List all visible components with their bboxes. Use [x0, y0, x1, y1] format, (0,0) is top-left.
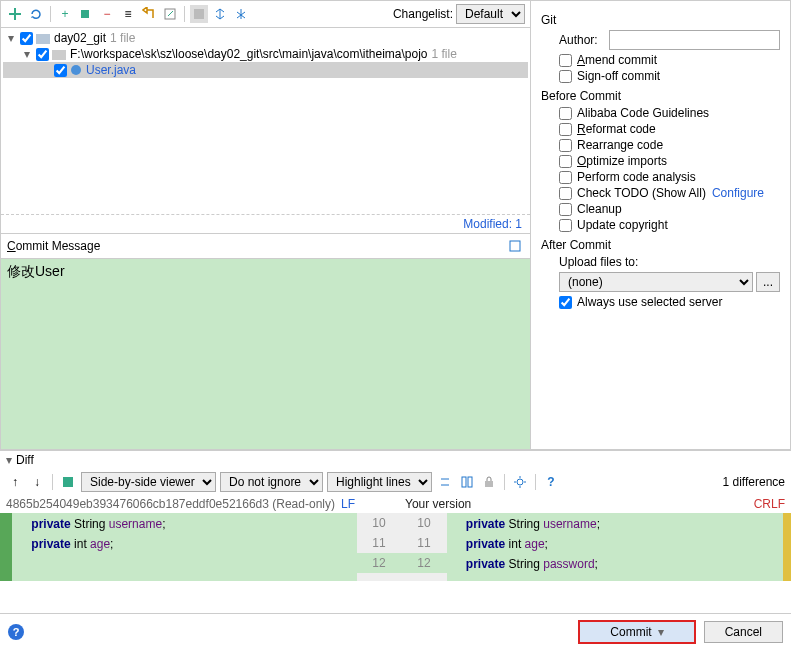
move-icon[interactable]: ≡	[119, 5, 137, 23]
file-tree[interactable]: ▾ day02_git 1 file ▾ F:\workspace\sk\sz\…	[1, 28, 530, 214]
folder-icon	[36, 32, 50, 44]
configure-link[interactable]: Configure	[712, 186, 764, 200]
cancel-button[interactable]: Cancel	[704, 621, 783, 643]
changelist-select[interactable]: Default	[456, 4, 525, 24]
add-icon[interactable]: +	[56, 5, 74, 23]
git-section: Git	[541, 13, 780, 27]
tree-file[interactable]: User.java	[3, 62, 528, 78]
folder-icon	[52, 48, 66, 60]
rollback-icon[interactable]	[140, 5, 158, 23]
svg-rect-3	[36, 34, 50, 44]
remove-icon[interactable]: −	[98, 5, 116, 23]
collapse-unchanged-icon[interactable]	[436, 473, 454, 491]
copyright-checkbox[interactable]	[559, 219, 572, 232]
svg-rect-7	[63, 477, 73, 487]
gear-icon[interactable]	[511, 473, 529, 491]
svg-rect-0	[81, 10, 89, 18]
revision-hash: 4865b254049eb393476066cb187eddf0e52166d3…	[6, 497, 335, 511]
prev-diff-icon[interactable]: ↑	[6, 473, 24, 491]
rearrange-checkbox[interactable]	[559, 139, 572, 152]
author-field[interactable]	[609, 30, 780, 50]
svg-rect-9	[468, 477, 472, 487]
expand-icon[interactable]	[211, 5, 229, 23]
tree-checkbox[interactable]	[36, 48, 49, 61]
upload-label: Upload files to:	[559, 255, 780, 269]
alibaba-checkbox[interactable]	[559, 107, 572, 120]
commit-button[interactable]: Commit▾	[578, 620, 695, 644]
svg-rect-2	[194, 9, 204, 19]
reformat-checkbox[interactable]	[559, 123, 572, 136]
create-icon[interactable]	[6, 5, 24, 23]
amend-checkbox[interactable]	[559, 54, 572, 67]
svg-rect-8	[462, 477, 466, 487]
lf-badge: LF	[341, 497, 355, 511]
tree-root[interactable]: ▾ day02_git 1 file	[3, 30, 528, 46]
cleanup-checkbox[interactable]	[559, 203, 572, 216]
tree-checkbox[interactable]	[20, 32, 33, 45]
highlight-select[interactable]: Highlight lines	[327, 472, 432, 492]
analysis-checkbox[interactable]	[559, 171, 572, 184]
todo-checkbox[interactable]	[559, 187, 572, 200]
lock-icon[interactable]	[480, 473, 498, 491]
right-gutter: 101112	[402, 513, 447, 581]
upload-browse-button[interactable]: ...	[756, 272, 780, 292]
chevron-down-icon[interactable]: ▾	[21, 47, 33, 61]
author-label: Author:	[559, 33, 609, 47]
history-icon[interactable]	[506, 237, 524, 255]
changelist-label: Changelist:	[393, 7, 453, 21]
tree-folder[interactable]: ▾ F:\workspace\sk\sz\loose\day02_git\src…	[3, 46, 528, 62]
viewer-select[interactable]: Side-by-side viewer	[81, 472, 216, 492]
sync-scroll-icon[interactable]	[458, 473, 476, 491]
diff-viewer: private String username; private int age…	[0, 513, 791, 581]
left-gutter: 101112	[357, 513, 402, 581]
next-diff-icon[interactable]: ↓	[28, 473, 46, 491]
commit-message-label: Commit Message	[7, 239, 100, 253]
left-marker	[0, 513, 12, 581]
ignore-select[interactable]: Do not ignore	[220, 472, 323, 492]
context-help-icon[interactable]: ?	[8, 624, 24, 640]
your-version-label: Your version	[405, 497, 471, 511]
svg-rect-4	[52, 50, 66, 60]
svg-rect-10	[485, 481, 493, 487]
java-file-icon	[70, 63, 82, 77]
jump-source-icon[interactable]	[59, 473, 77, 491]
right-code-pane[interactable]: private String username; private int age…	[447, 513, 792, 581]
diff-icon[interactable]	[161, 5, 179, 23]
signoff-checkbox[interactable]	[559, 70, 572, 83]
svg-point-11	[517, 479, 523, 485]
svg-point-5	[71, 65, 81, 75]
always-server-checkbox[interactable]	[559, 296, 572, 309]
crlf-badge: CRLF	[754, 497, 785, 511]
collapse-icon[interactable]	[232, 5, 250, 23]
diff-count: 1 difference	[723, 475, 786, 489]
group-icon[interactable]	[190, 5, 208, 23]
help-icon[interactable]: ?	[542, 473, 560, 491]
file-toolbar: + − ≡ Changelist: Default	[1, 1, 530, 28]
chevron-down-icon[interactable]: ▾	[658, 625, 664, 639]
chevron-down-icon[interactable]: ▾	[5, 31, 17, 45]
left-code-pane[interactable]: private String username; private int age…	[12, 513, 357, 581]
revert-icon[interactable]	[77, 5, 95, 23]
diff-expand-icon[interactable]: ▾	[6, 453, 12, 467]
before-commit-section: Before Commit	[541, 89, 780, 103]
after-commit-section: After Commit	[541, 238, 780, 252]
optimize-checkbox[interactable]	[559, 155, 572, 168]
tree-checkbox[interactable]	[54, 64, 67, 77]
upload-select[interactable]: (none)	[559, 272, 753, 292]
refresh-icon[interactable]	[27, 5, 45, 23]
right-marker	[783, 513, 791, 581]
diff-label: Diff	[16, 453, 34, 467]
commit-message-input[interactable]: 修改User	[1, 259, 530, 449]
svg-rect-6	[510, 241, 520, 251]
modified-count: Modified: 1	[1, 214, 530, 233]
